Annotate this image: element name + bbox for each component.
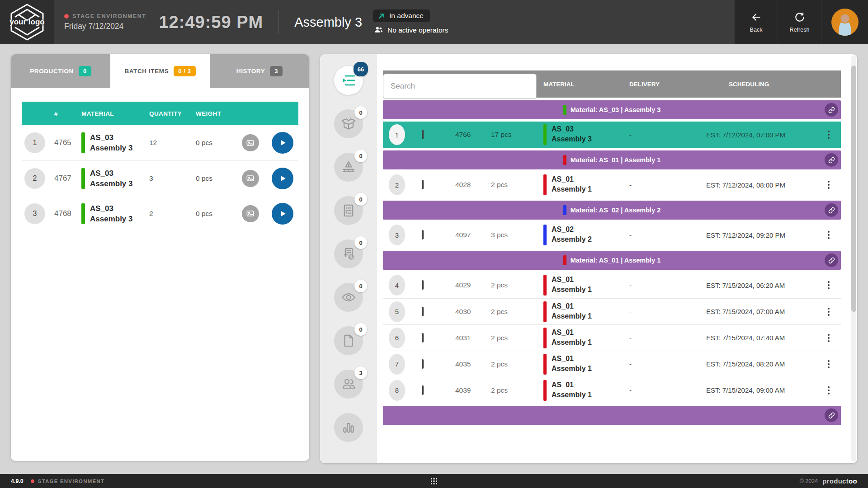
order-delivery: -	[629, 334, 706, 342]
rail-pallet-warning-button[interactable]: 0	[334, 153, 363, 182]
checklist-icon	[341, 203, 356, 218]
start-batch-button[interactable]	[272, 203, 293, 225]
order-scheduling: EST: 7/12/2024, 07:00 PM	[706, 131, 816, 139]
environment-dot-icon	[31, 479, 34, 483]
orders-table-area: # QUANTITY MATERIAL DELIVERY SCHEDULING …	[383, 54, 841, 463]
material-code: AS_02	[552, 225, 574, 233]
back-button[interactable]: Back	[734, 0, 778, 44]
order-row[interactable]: 5 4030 2 pcs AS_01Assembly 1 - EST: 7/15…	[383, 298, 841, 324]
row-checkbox[interactable]	[422, 180, 424, 189]
batch-id: 4768	[48, 209, 80, 218]
batch-quantity: 3	[149, 174, 196, 183]
col-quantity: QUANTITY	[149, 110, 196, 117]
row-menu-button[interactable]	[826, 129, 831, 141]
order-scheduling: EST: 7/12/2024, 09:20 PM	[706, 231, 816, 239]
tab-batch-items[interactable]: BATCH ITEMS 0 / 3	[110, 54, 210, 88]
order-row[interactable]: 6 4031 2 pcs AS_01Assembly 1 - EST: 7/15…	[383, 324, 841, 351]
rail-document-approve-button[interactable]: 0	[334, 239, 363, 268]
order-delivery: -	[629, 131, 706, 139]
file-icon	[341, 333, 356, 348]
material-group-header: Material: AS_02 | Assembly 2	[383, 201, 841, 220]
gallery-button[interactable]	[242, 134, 259, 151]
footer-bar: 4.9.0 STAGE ENVIRONMENT © 2024 productoo	[0, 474, 868, 488]
start-batch-button[interactable]	[272, 132, 293, 154]
rail-operators-button[interactable]: 3	[334, 370, 363, 399]
row-menu-button[interactable]	[826, 229, 831, 241]
order-row[interactable]: 8 4039 2 pcs AS_01Assembly 1 - EST: 7/15…	[383, 377, 841, 403]
refresh-button[interactable]: Refresh	[778, 0, 821, 44]
group-link-button[interactable]	[825, 153, 838, 167]
tab-production-badge: 0	[79, 66, 91, 76]
start-batch-button[interactable]	[272, 168, 293, 189]
row-menu-button[interactable]	[826, 332, 831, 344]
rail-queue-list-button[interactable]: 66	[334, 66, 363, 95]
tab-batch-items-badge: 0 / 3	[174, 66, 195, 76]
order-row[interactable]: 2 4028 2 pcs AS_01Assembly 1 - EST: 7/12…	[383, 172, 841, 198]
group-link-button[interactable]	[825, 203, 838, 217]
rail-operators-badge: 3	[354, 366, 367, 379]
row-menu-button[interactable]	[826, 358, 831, 370]
row-checkbox[interactable]	[422, 385, 424, 395]
material-color-bar	[543, 225, 547, 245]
order-id: 4097	[442, 231, 485, 239]
row-checkbox[interactable]	[422, 307, 424, 316]
order-quantity: 3 pcs	[485, 231, 539, 239]
row-checkbox[interactable]	[422, 230, 424, 239]
group-link-button[interactable]	[825, 103, 838, 117]
rail-eye-button[interactable]: 0	[334, 283, 363, 312]
orders-scrollbar[interactable]	[851, 56, 856, 462]
row-checkbox[interactable]	[422, 333, 424, 343]
back-button-label: Back	[750, 27, 763, 33]
col-delivery: DELIVERY	[629, 81, 706, 88]
group-link-button[interactable]	[825, 253, 838, 267]
environment-block: STAGE ENVIRONMENT Friday 7/12/2024	[64, 0, 146, 44]
order-id: 4030	[442, 308, 485, 316]
search-input[interactable]	[383, 74, 537, 99]
material-group-header: Material: AS_03 | Assembly 3	[383, 100, 841, 119]
rail-open-box-button[interactable]: 0	[334, 109, 363, 138]
order-delivery: -	[629, 360, 706, 368]
material-color-bar	[543, 124, 547, 145]
order-row-number: 7	[389, 354, 405, 375]
rail-checklist-button[interactable]: 0	[334, 196, 363, 225]
row-menu-button[interactable]	[826, 279, 831, 291]
row-checkbox[interactable]	[422, 130, 424, 139]
document-approve-icon	[341, 246, 356, 262]
batch-table-header: # MATERIAL QUANTITY WEIGHT	[22, 102, 298, 125]
material-code: AS_03	[90, 169, 113, 178]
order-row[interactable]: 3 4097 3 pcs AS_02Assembly 2 - EST: 7/12…	[383, 222, 841, 248]
material-name: Assembly 3	[552, 135, 592, 143]
row-menu-button[interactable]	[826, 306, 831, 318]
rail-file-button[interactable]: 0	[334, 326, 363, 355]
batch-weight: 0 pcs	[196, 139, 234, 147]
batch-panel-tabs: PRODUCTION 0 BATCH ITEMS 0 / 3 HISTORY 3	[11, 54, 309, 88]
gallery-button[interactable]	[242, 205, 259, 222]
play-icon	[278, 210, 287, 218]
apps-grid-button[interactable]	[431, 478, 437, 484]
gallery-button[interactable]	[242, 170, 259, 187]
material-name: Assembly 1	[552, 365, 592, 372]
material-name: Assembly 3	[90, 215, 133, 223]
header-spacer	[448, 0, 734, 44]
batch-row: 3 4768 AS_03Assembly 3 2 0 pcs	[22, 196, 298, 231]
order-quantity: 2 pcs	[485, 386, 539, 394]
order-row[interactable]: 4 4029 2 pcs AS_01Assembly 1 - EST: 7/15…	[383, 272, 841, 298]
user-avatar[interactable]	[831, 9, 859, 36]
order-row[interactable]: 1 4766 17 pcs AS_03Assembly 3 - EST: 7/1…	[383, 122, 841, 148]
row-checkbox[interactable]	[422, 280, 424, 290]
batch-row-number: 2	[24, 168, 45, 189]
row-menu-button[interactable]	[826, 385, 831, 396]
group-link-button[interactable]	[825, 408, 838, 422]
order-quantity: 2 pcs	[485, 360, 539, 368]
tab-history[interactable]: HISTORY 3	[210, 54, 309, 88]
rail-document-approve-badge: 0	[354, 236, 367, 249]
col-weight: WEIGHT	[196, 110, 234, 117]
tab-production[interactable]: PRODUCTION 0	[11, 54, 110, 88]
group-label-text: Material: AS_01 | Assembly 1	[571, 156, 661, 164]
row-menu-button[interactable]	[826, 179, 831, 191]
order-row[interactable]: 7 4035 2 pcs AS_01Assembly 1 - EST: 7/15…	[383, 351, 841, 377]
row-checkbox[interactable]	[422, 359, 424, 369]
rail-bar-chart-button[interactable]	[334, 413, 363, 442]
scrollbar-thumb[interactable]	[851, 66, 856, 312]
order-row-number: 6	[389, 328, 405, 348]
